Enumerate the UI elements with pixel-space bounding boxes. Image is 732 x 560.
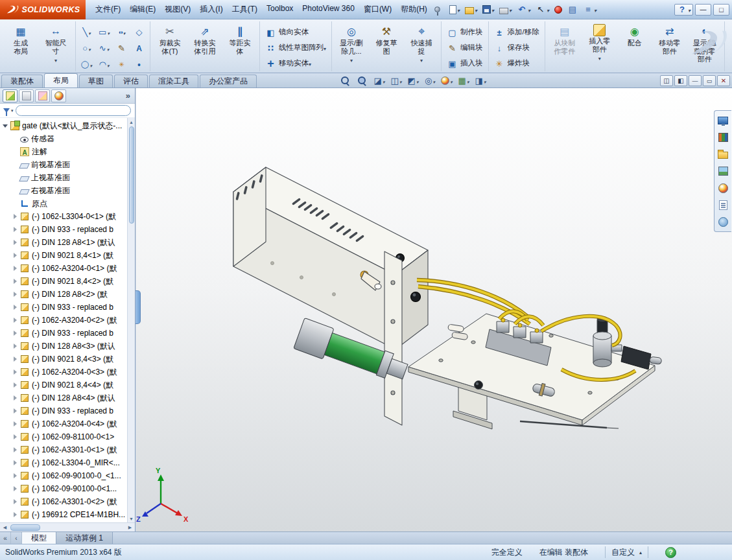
- quick-tip-help-badge[interactable]: ?: [665, 547, 676, 558]
- tree-component[interactable]: (-) DIN 128 A8<1> (默认: [0, 236, 127, 249]
- expand-arrow-icon[interactable]: [12, 408, 19, 414]
- sketch-pencil-button[interactable]: [113, 40, 130, 56]
- tree-component[interactable]: (-) 1062-L3304-0_MIR<...: [0, 456, 127, 469]
- close-document-button[interactable]: [717, 75, 730, 86]
- expand-arrow-icon[interactable]: [12, 460, 19, 466]
- enclosure-component[interactable]: [233, 167, 428, 425]
- zoom-to-fit-button[interactable]: [338, 75, 353, 87]
- expand-arrow-icon[interactable]: [12, 174, 19, 181]
- tree-component[interactable]: (-) 1062-A3204-0<1> (默: [0, 262, 127, 275]
- save-block-button[interactable]: 保存块: [491, 41, 534, 54]
- tree-vertical-scrollbar[interactable]: ▲ ▼: [127, 118, 135, 522]
- tree-horizontal-scrollbar[interactable]: ◀ ▶: [0, 522, 135, 531]
- pane-toggle-left-button[interactable]: [660, 75, 673, 86]
- expand-arrow-icon[interactable]: [12, 278, 19, 285]
- tab-evaluate[interactable]: 评估: [114, 75, 148, 88]
- open-document-button[interactable]: [462, 3, 480, 17]
- move-entities-button[interactable]: 移动实体: [262, 57, 314, 70]
- line-tool-button[interactable]: [78, 24, 95, 40]
- scroll-up-icon[interactable]: ▲: [128, 118, 136, 126]
- expand-arrow-icon[interactable]: [12, 369, 19, 375]
- expand-arrow-icon[interactable]: [12, 343, 19, 349]
- panel-expand-chevron[interactable]: »: [124, 91, 132, 100]
- tree-component[interactable]: (-) 1062-A3301-0<1> (默: [0, 443, 127, 456]
- tree-component[interactable]: (-) DIN 128 A8<3> (默认: [0, 340, 127, 353]
- expand-arrow-icon[interactable]: [12, 421, 19, 427]
- menu-help[interactable]: 帮助(H): [396, 1, 432, 18]
- undo-button[interactable]: [514, 3, 533, 17]
- minimize-document-button[interactable]: [689, 75, 702, 86]
- menu-view[interactable]: 视图(V): [160, 1, 195, 18]
- expand-arrow-icon[interactable]: [12, 304, 19, 310]
- expand-arrow-icon[interactable]: [12, 213, 19, 220]
- tab-office-products[interactable]: 办公室产品: [200, 75, 257, 88]
- circle-tool-button[interactable]: [78, 40, 95, 56]
- tree-component[interactable]: (-) 1062-L3304-0<1> (默: [0, 210, 127, 223]
- expand-arrow-icon[interactable]: [12, 135, 19, 142]
- tree-component[interactable]: (-) 1062-09-90100-0<1...: [0, 482, 127, 495]
- edit-appearance-button[interactable]: [439, 75, 455, 87]
- view-palette-tab[interactable]: [716, 164, 730, 178]
- menu-photoview-360[interactable]: PhotoView 360: [298, 1, 359, 18]
- menu-insert[interactable]: 插入(I): [195, 1, 227, 18]
- filter-funnel-icon[interactable]: [3, 108, 10, 113]
- expand-arrow-icon[interactable]: [12, 511, 19, 518]
- tree-plane-front[interactable]: 前视基准面: [0, 158, 127, 171]
- model-tabs-scroll-first-button[interactable]: [0, 532, 11, 544]
- design-library-tab[interactable]: [716, 130, 730, 145]
- expand-arrow-icon[interactable]: [12, 252, 19, 259]
- tree-component[interactable]: (-) DIN 933 - replaced b: [0, 301, 127, 314]
- tree-component[interactable]: (-) 1062-A3204-0<3> (默: [0, 366, 127, 379]
- menu-toolbox[interactable]: Toolbox: [262, 1, 298, 18]
- mate-button[interactable]: 配合: [617, 21, 652, 68]
- make-part-from-block-button[interactable]: 从块制 作零件: [547, 21, 582, 68]
- move-component-button[interactable]: 移动零 部件: [652, 21, 687, 68]
- point-tool-button[interactable]: [130, 56, 148, 73]
- help-menu-button[interactable]: [674, 4, 693, 16]
- tab-render-tools[interactable]: 渲染工具: [149, 75, 198, 88]
- ellipse-tool-button[interactable]: [78, 56, 95, 73]
- spline-tool-button[interactable]: [95, 40, 113, 56]
- menu-file[interactable]: 文件(F): [91, 1, 125, 18]
- model-tabs-scroll-left-button[interactable]: [11, 532, 22, 544]
- file-explorer-tab[interactable]: [716, 147, 730, 161]
- scrollbar-thumb[interactable]: [129, 126, 134, 224]
- 3d-model-canvas[interactable]: Y X Z: [136, 88, 732, 531]
- expand-arrow-icon[interactable]: [12, 226, 19, 233]
- tree-origin[interactable]: 原点: [0, 197, 127, 210]
- expand-arrow-icon[interactable]: [12, 498, 19, 505]
- repair-sketch-button[interactable]: 修复草 图: [369, 21, 404, 68]
- print-button[interactable]: [497, 3, 514, 17]
- menu-edit[interactable]: 编辑(E): [125, 1, 160, 18]
- trim-entities-button[interactable]: 剪裁实 体(T): [152, 21, 187, 68]
- scroll-left-icon[interactable]: ◀: [0, 524, 10, 531]
- expand-arrow-icon[interactable]: [12, 356, 19, 362]
- expand-arrow-icon[interactable]: [12, 382, 19, 388]
- expand-arrow-icon[interactable]: [12, 265, 19, 272]
- expand-arrow-icon[interactable]: [12, 148, 19, 155]
- panel-splitter-grip[interactable]: [136, 290, 141, 324]
- add-remove-button[interactable]: 添加/移除: [491, 26, 543, 39]
- pin-menubar-icon[interactable]: [434, 6, 440, 12]
- expand-arrow-icon[interactable]: [12, 200, 19, 207]
- tree-component[interactable]: (-) 1062-A3301-0<2> (默: [0, 495, 127, 508]
- expand-arrow-icon[interactable]: [12, 187, 19, 194]
- expand-arrow-icon[interactable]: [3, 122, 9, 129]
- tree-folder-sensors[interactable]: 传感器: [0, 132, 127, 145]
- tree-component[interactable]: (-) DIN 933 - replaced b: [0, 404, 127, 417]
- tree-folder-annotations[interactable]: 注解: [0, 145, 127, 158]
- maximize-window-button[interactable]: [713, 4, 729, 16]
- expand-arrow-icon[interactable]: [12, 239, 19, 246]
- expand-arrow-icon[interactable]: [12, 330, 19, 336]
- sketch-pattern-button[interactable]: [113, 56, 130, 73]
- expand-arrow-icon[interactable]: [12, 472, 19, 479]
- select-button[interactable]: [533, 3, 552, 17]
- tree-plane-top[interactable]: 上视基准面: [0, 171, 127, 184]
- configurationmanager-tab[interactable]: [35, 89, 50, 102]
- smart-dimension-button[interactable]: 智能尺 寸: [38, 21, 73, 68]
- motion-study-1-tab[interactable]: 运动算例 1: [56, 532, 113, 544]
- display-style-button[interactable]: [405, 75, 421, 87]
- mirror-entities-button[interactable]: 镜向实体: [262, 26, 312, 39]
- arc-tool-button[interactable]: [95, 56, 113, 73]
- expand-arrow-icon[interactable]: [12, 161, 19, 168]
